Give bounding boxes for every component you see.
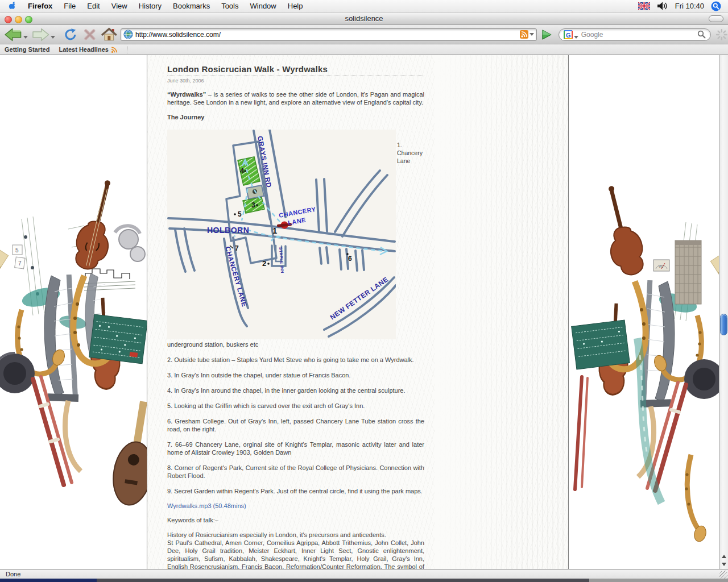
svg-text:VU: VU (659, 265, 663, 268)
svg-text:3: 3 (251, 201, 255, 209)
volume-icon[interactable] (657, 2, 668, 10)
walk-step: 7. 66–69 Chancery Lane, orginal site of … (167, 440, 424, 456)
search-icon[interactable] (697, 30, 706, 39)
search-bar[interactable]: G (559, 28, 712, 41)
menu-file[interactable]: File (58, 0, 81, 13)
right-artwork-collage: VU (569, 168, 719, 550)
window-resize-grip[interactable] (719, 571, 727, 579)
google-engine-icon[interactable]: G (564, 30, 573, 39)
menu-view[interactable]: View (106, 0, 133, 13)
walk-step: 2. Outside tube station – Staples Yard M… (167, 356, 424, 364)
intro-text: – is a series of walks to see the other … (167, 91, 424, 106)
search-engine-dropdown[interactable] (574, 36, 578, 39)
site-globe-icon (123, 30, 133, 39)
back-button[interactable] (3, 27, 23, 42)
svg-text:1: 1 (272, 226, 277, 235)
menu-window[interactable]: Window (245, 0, 282, 13)
bookmark-getting-started[interactable]: Getting Started (0, 46, 54, 53)
svg-text:STAPLE INN: STAPLE INN (279, 247, 284, 273)
bookmark-label: Latest Headlines (59, 46, 108, 53)
column-texture (435, 55, 568, 569)
uk-flag-input-menu-icon[interactable] (638, 2, 650, 10)
walk-step: 6. Gresham College. Out of Gray's Inn, l… (167, 417, 424, 433)
menu-firefox[interactable]: Firefox (22, 0, 58, 13)
home-button[interactable] (101, 27, 117, 42)
map-caption: underground station, buskers etc (167, 340, 424, 348)
intro-paragraph: “Wyrdwalks” – is a series of walks to se… (167, 90, 424, 106)
svg-text:5: 5 (238, 210, 242, 218)
status-bar: Done (0, 569, 728, 579)
bottom-strip-segment (0, 579, 97, 582)
menu-bar-clock[interactable]: Fri 10:40 (675, 2, 704, 10)
rss-feed-icon[interactable] (520, 30, 528, 39)
article: London Rosicrucian Walk - Wyrdwalks June… (167, 64, 424, 569)
live-bookmark-rss-icon (110, 46, 118, 53)
svg-text:4: 4 (240, 167, 245, 175)
svg-text:7: 7 (235, 244, 239, 252)
go-button[interactable] (540, 28, 553, 41)
vertical-scrollbar[interactable] (719, 55, 728, 569)
vu-meter-shape: VU (653, 260, 669, 271)
svg-text:5: 5 (15, 247, 19, 253)
menu-tools[interactable]: Tools (216, 0, 244, 13)
menu-edit[interactable]: Edit (81, 0, 105, 13)
forward-button[interactable] (31, 27, 51, 42)
throbber-icon (715, 28, 728, 41)
apple-menu[interactable] (0, 1, 22, 11)
url-input[interactable] (133, 31, 520, 39)
navigation-toolbar: G (0, 25, 728, 44)
map-roads (168, 130, 396, 336)
scroll-up-button[interactable] (719, 552, 728, 560)
svg-text:2: 2 (262, 259, 266, 268)
svg-text:NEW FETTER LANE: NEW FETTER LANE (329, 275, 390, 321)
menu-bookmarks[interactable]: Bookmarks (167, 0, 216, 13)
toolbar-collapse-pill-button[interactable] (709, 15, 723, 22)
skyscraper-shape (675, 240, 701, 304)
back-history-dropdown[interactable] (23, 36, 28, 39)
window-title-bar: solidsilence (0, 13, 728, 25)
keywords-heading: Keywords of talk:– (167, 516, 424, 524)
page-viewport: 5 7 (0, 55, 719, 569)
scroll-down-button[interactable] (719, 560, 728, 568)
content-column: London Rosicrucian Walk - Wyrdwalks June… (147, 55, 569, 569)
walk-step: 9. Secret Garden within Regent's Park. J… (167, 487, 424, 495)
scrollbar-thumb[interactable] (720, 314, 727, 335)
intro-lead: “Wyrdwalks” (167, 91, 206, 98)
stop-button[interactable] (82, 27, 97, 42)
spotlight-icon[interactable] (711, 1, 721, 11)
menu-bar: Firefox File Edit View History Bookmarks… (0, 0, 728, 13)
forward-history-dropdown[interactable] (51, 36, 55, 39)
svg-text:7: 7 (18, 260, 22, 267)
article-date: June 30th, 2006 (167, 78, 424, 84)
svg-text:6: 6 (348, 255, 352, 263)
feed-dropdown[interactable] (530, 33, 534, 36)
keywords-paragraph: History of Rosicrucianism especially in … (167, 531, 424, 569)
screen-bottom-strip (0, 579, 728, 582)
mp3-download-link[interactable]: Wyrdwalks.mp3 (50.48mins) (167, 502, 424, 509)
keywords-intro: History of Rosicrucianism especially in … (167, 531, 386, 538)
menu-help[interactable]: Help (282, 0, 309, 13)
status-text: Done (6, 571, 20, 577)
walk-step: 8. Corner of Regent's Park, Current site… (167, 464, 424, 480)
section-heading: The Journey (167, 113, 424, 121)
walk-step: 4. In Gray's Inn around the chapel, in t… (167, 386, 424, 394)
svg-text:HOLBORN: HOLBORN (207, 226, 249, 235)
url-bar[interactable] (121, 28, 537, 41)
bookmarks-toolbar: Getting Started Latest Headlines (0, 44, 728, 55)
apple-icon (8, 1, 16, 11)
map-side-note: 1. Chancery Lane (397, 141, 425, 165)
bookmark-label: Getting Started (5, 46, 49, 53)
svg-text:LANE: LANE (287, 217, 307, 226)
bookmarks-separator (127, 46, 127, 53)
svg-text:G: G (566, 31, 571, 38)
window-title: solidsilence (0, 14, 728, 23)
search-input[interactable] (578, 31, 698, 39)
menu-history[interactable]: History (133, 0, 167, 13)
keywords-list: St Paul's Cathedral, Amen Corner, Cornei… (167, 539, 424, 569)
reload-button[interactable] (63, 27, 78, 42)
bookmark-latest-headlines[interactable]: Latest Headlines (54, 46, 122, 53)
article-title: London Rosicrucian Walk - Wyrdwalks (167, 64, 424, 76)
left-artwork-collage: 5 7 (0, 162, 147, 519)
walk-step: 5. Looking at the Griffin which is carve… (167, 402, 424, 410)
walk-map-image: GRAYS INN RD HOLBORN CHANCERY LANE CHANC… (167, 130, 396, 339)
